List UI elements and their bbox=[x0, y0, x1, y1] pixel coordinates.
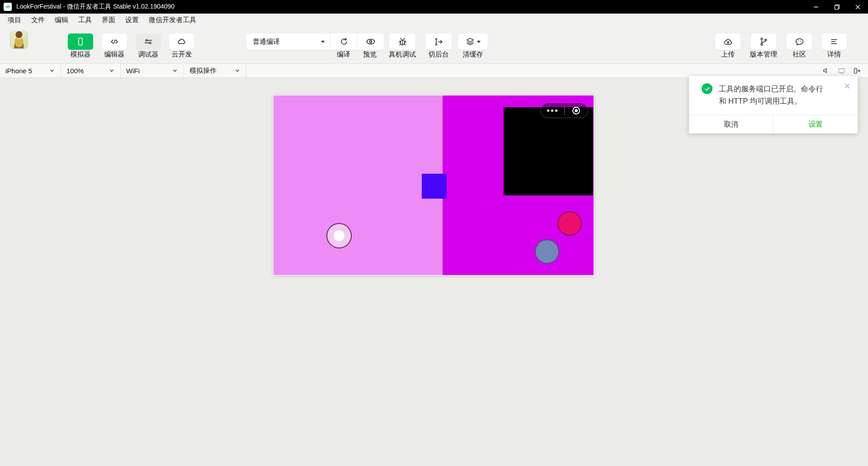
more-dots-icon bbox=[551, 109, 553, 112]
layers-icon bbox=[465, 37, 475, 47]
branch-icon bbox=[759, 37, 769, 47]
speaker-icon bbox=[822, 67, 830, 75]
cloud-dev-label: 云开发 bbox=[161, 50, 202, 59]
version-button[interactable] bbox=[751, 33, 776, 50]
refresh-icon bbox=[339, 37, 349, 47]
upload-label: 上传 bbox=[708, 50, 748, 59]
simulate-action-select[interactable]: 模拟操作 bbox=[184, 64, 246, 77]
mute-button[interactable] bbox=[818, 64, 834, 77]
notification-close-button[interactable]: ✕ bbox=[843, 82, 852, 91]
notification-footer: 取消 设置 bbox=[689, 115, 858, 133]
notification-text-line2: 和 HTTP 均可调用工具。 bbox=[719, 95, 838, 107]
close-window-icon bbox=[855, 4, 861, 10]
service-port-notification: 工具的服务端口已开启。命令行 和 HTTP 均可调用工具。 ✕ 取消 设置 bbox=[689, 76, 858, 133]
circle-dot-icon bbox=[572, 107, 580, 114]
menu-view[interactable]: 界面 bbox=[97, 14, 120, 26]
device-bar-tools bbox=[818, 64, 864, 77]
cancel-button[interactable]: 取消 bbox=[689, 115, 774, 133]
menu-project[interactable]: 项目 bbox=[3, 14, 26, 26]
bug-icon bbox=[397, 37, 408, 47]
minimize-button[interactable] bbox=[806, 0, 826, 14]
more-dots-icon bbox=[547, 109, 549, 112]
success-check-icon bbox=[702, 83, 712, 94]
crimson-ball-sprite[interactable] bbox=[557, 211, 582, 236]
version-label: 版本管理 bbox=[743, 50, 784, 59]
preview-button[interactable] bbox=[357, 33, 384, 50]
switch-background-button[interactable] bbox=[425, 33, 452, 50]
app-logo-icon: </> bbox=[4, 3, 12, 11]
simulator-canvas[interactable] bbox=[273, 95, 594, 276]
debugger-button[interactable] bbox=[136, 33, 161, 50]
white-dot bbox=[334, 230, 344, 241]
caret-down-icon bbox=[477, 41, 481, 43]
screen-mirror-button[interactable] bbox=[834, 64, 849, 77]
upload-button[interactable] bbox=[715, 33, 741, 50]
capsule-exit-button[interactable] bbox=[565, 103, 588, 118]
editor-button[interactable] bbox=[102, 33, 127, 50]
notification-text-line1: 工具的服务端口已开启。命令行 bbox=[719, 83, 838, 95]
chevron-down-icon bbox=[108, 67, 115, 74]
clear-cache-button[interactable] bbox=[458, 33, 488, 50]
menu-devtools[interactable]: 微信开发者工具 bbox=[144, 14, 201, 26]
menu-settings[interactable]: 设置 bbox=[120, 14, 144, 26]
device-value: iPhone 5 bbox=[5, 67, 32, 75]
close-window-button[interactable] bbox=[847, 0, 868, 14]
minimize-icon bbox=[813, 4, 819, 10]
window-title: LookForFestival - 微信开发者工具 Stable v1.02.1… bbox=[16, 3, 175, 11]
blue-square-sprite[interactable] bbox=[422, 174, 447, 199]
chevron-down-icon bbox=[49, 67, 55, 74]
network-value: WiFi bbox=[126, 67, 140, 75]
capsule-more-button[interactable] bbox=[541, 103, 564, 118]
details-button[interactable] bbox=[821, 33, 847, 50]
remote-debug-label: 真机调试 bbox=[382, 50, 423, 59]
chat-bubble-icon bbox=[794, 37, 805, 47]
details-label: 详情 bbox=[814, 50, 854, 59]
phone-icon bbox=[75, 37, 85, 47]
settings-button[interactable]: 设置 bbox=[774, 115, 858, 133]
restore-button[interactable] bbox=[826, 0, 847, 14]
cloud-upload-icon bbox=[723, 37, 733, 47]
menu-edit[interactable]: 编辑 bbox=[50, 14, 73, 26]
caret-down-icon bbox=[321, 41, 325, 43]
cloud-icon bbox=[177, 37, 187, 47]
scale-value: 100% bbox=[66, 67, 84, 75]
community-button[interactable] bbox=[787, 33, 812, 50]
details-list-icon bbox=[829, 37, 839, 47]
toolbar: 模拟器 编辑器 调试器 云开发 bbox=[0, 26, 868, 63]
black-panel bbox=[504, 107, 593, 195]
chevron-down-icon bbox=[234, 67, 241, 74]
more-dots-icon bbox=[555, 109, 557, 112]
wechat-devtools-window: </> LookForFestival - 微信开发者工具 Stable v1.… bbox=[0, 0, 868, 466]
menu-bar: 项目 文件 编辑 工具 界面 设置 微信开发者工具 bbox=[0, 14, 868, 26]
window-controls bbox=[806, 0, 868, 14]
miniprogram-capsule bbox=[540, 103, 588, 118]
detach-simulator-button[interactable] bbox=[849, 64, 864, 77]
network-select[interactable]: WiFi bbox=[121, 64, 184, 77]
simulator-button[interactable] bbox=[68, 33, 93, 50]
compile-strip: 普通编译 bbox=[246, 33, 384, 50]
notification-body: 工具的服务端口已开启。命令行 和 HTTP 均可调用工具。 ✕ bbox=[689, 76, 858, 115]
title-bar: </> LookForFestival - 微信开发者工具 Stable v1.… bbox=[0, 0, 868, 14]
remote-debug-button[interactable] bbox=[389, 33, 415, 50]
compile-button[interactable] bbox=[330, 33, 357, 50]
sliders-icon bbox=[143, 37, 153, 47]
scale-select[interactable]: 100% bbox=[61, 64, 121, 77]
slate-ball-sprite[interactable] bbox=[535, 239, 559, 264]
cloud-dev-button[interactable] bbox=[169, 33, 194, 50]
restore-icon bbox=[834, 4, 840, 10]
switch-background-icon bbox=[434, 37, 444, 47]
menu-file[interactable]: 文件 bbox=[26, 14, 50, 26]
menu-tools[interactable]: 工具 bbox=[73, 14, 97, 26]
device-select[interactable]: iPhone 5 bbox=[0, 64, 61, 77]
code-icon bbox=[109, 37, 119, 47]
compile-mode-select[interactable]: 普通编译 bbox=[246, 33, 330, 50]
detach-window-icon bbox=[853, 67, 861, 75]
clear-cache-label: 清缓存 bbox=[453, 50, 493, 59]
eye-icon bbox=[365, 36, 376, 47]
user-avatar[interactable] bbox=[10, 31, 28, 49]
pink-ring-sprite[interactable] bbox=[326, 223, 352, 248]
compile-mode-value: 普通编译 bbox=[253, 38, 280, 46]
circle-dot-core bbox=[575, 109, 578, 112]
simulate-action-value: 模拟操作 bbox=[189, 67, 217, 75]
monitor-icon bbox=[837, 67, 846, 75]
